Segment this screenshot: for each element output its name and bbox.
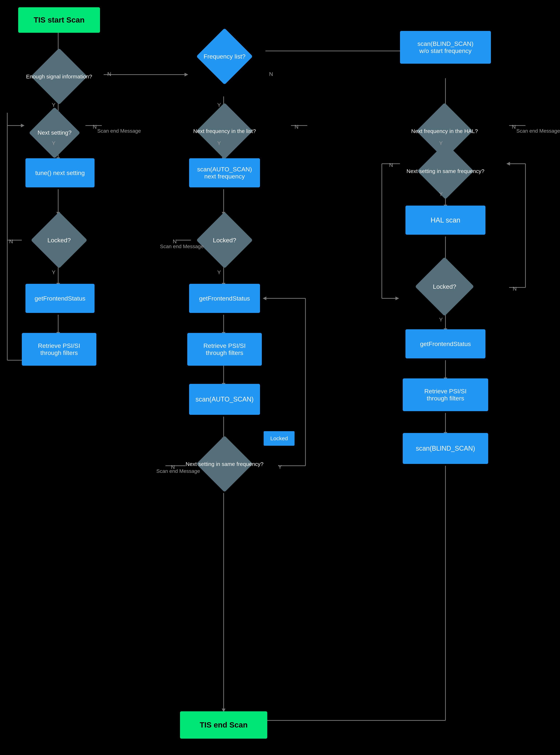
next-setting-n-label: N [93, 124, 97, 130]
auto-scan-node: scan(AUTO_SCAN) [189, 384, 260, 415]
auto-scan-next-node: scan(AUTO_SCAN) next frequency [189, 158, 260, 187]
next-setting-same2-n-label: N [389, 162, 393, 168]
locked-badge: Locked [264, 431, 295, 446]
tune-next-node: tune() next setting [25, 158, 95, 187]
hal-scan-node: HAL scan [405, 206, 485, 235]
flowchart: TIS start Scan Enough signal information… [0, 0, 560, 755]
locked3-n-label: N [513, 286, 517, 292]
scan-end-msg-hal: Scan end Message [516, 127, 560, 134]
next-freq-list-diamond: Next frequency in the list? [184, 107, 265, 155]
enough-signal-y-label: Y [52, 102, 56, 108]
svg-marker-54 [396, 296, 399, 300]
blind-scan-node: scan(BLIND_SCAN) [403, 433, 488, 464]
blind-scan-start-node: scan(BLIND_SCAN) w/o start frequency [400, 31, 491, 64]
next-setting-y-label: Y [52, 140, 56, 146]
locked1-y-label: Y [52, 269, 56, 275]
get-frontend3-node: getFrontendStatus [405, 329, 485, 359]
start-node: TIS start Scan [18, 7, 100, 33]
freq-list-n-label: N [269, 71, 273, 77]
next-setting-same2-diamond: Next setting in same frequency? [404, 147, 487, 195]
next-setting-same1-diamond: Next setting in same frequency? [184, 439, 265, 489]
frequency-list-diamond: Frequency list? [184, 31, 265, 82]
locked3-y-label: Y [439, 316, 443, 323]
enough-signal-diamond: Enough signal information? [18, 53, 100, 100]
next-setting-diamond: Next setting? [18, 111, 91, 155]
locked2-y-label: Y [217, 269, 221, 275]
enough-signal-n-label: N [107, 71, 111, 77]
retrieve-psi1-node: Retrieve PSI/SI through filters [22, 333, 96, 366]
svg-marker-43 [263, 296, 266, 300]
locked3-diamond: Locked? [402, 258, 487, 315]
retrieve-psi2-node: Retrieve PSI/SI through filters [187, 333, 262, 366]
next-freq-hal-n-label: N [512, 124, 516, 130]
next-freq-hal-y-label: Y [439, 140, 443, 146]
get-frontend1-node: getFrontendStatus [25, 284, 95, 313]
svg-marker-62 [506, 162, 510, 166]
retrieve-psi3-node: Retrieve PSI/SI through filters [403, 379, 488, 411]
locked2-diamond: Locked? [184, 213, 265, 267]
scan-end-msg-3: Scan end Message [156, 468, 200, 475]
locked1-n-label: N [9, 238, 13, 245]
locked1-diamond: Locked? [18, 213, 100, 267]
next-freq-list-y-label: Y [217, 140, 221, 146]
next-setting-same2-y-label: Y [439, 191, 443, 197]
scan-end-msg-2: Scan end Message [160, 243, 204, 250]
get-frontend2-node: getFrontendStatus [189, 284, 260, 313]
next-freq-list-n-label: N [295, 124, 299, 130]
next-setting-same1-y-label: Y [278, 464, 282, 470]
scan-end-msg-1: Scan end Message [97, 127, 141, 134]
end-node: TIS end Scan [180, 711, 267, 739]
